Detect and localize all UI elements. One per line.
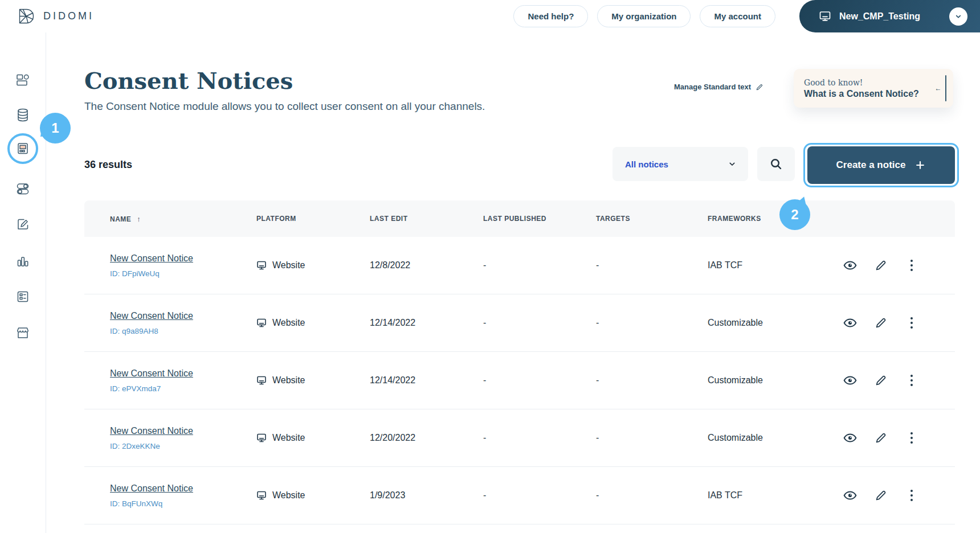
- eye-icon: [843, 374, 857, 387]
- search-icon: [769, 157, 783, 171]
- column-header-last-edit[interactable]: LAST EDIT: [370, 215, 483, 223]
- actions-cell: [819, 259, 955, 272]
- annotation-step-1-number: 1: [51, 120, 59, 136]
- manage-standard-text-link[interactable]: Manage Standard text: [674, 83, 763, 91]
- last-published-value: -: [483, 318, 596, 328]
- platform-cell: Website: [256, 318, 370, 328]
- sidebar-item-widgets[interactable]: [14, 216, 31, 233]
- org-chevron-button[interactable]: [949, 7, 967, 26]
- actions-cell: [819, 431, 955, 445]
- search-button[interactable]: [757, 147, 795, 181]
- notice-name-link[interactable]: New Consent Notice: [110, 311, 193, 321]
- platform-cell: Website: [256, 433, 370, 443]
- good-to-know-callout: Good to know! What is a Consent Notice? …: [794, 69, 953, 108]
- edit-pencil-button[interactable]: [874, 431, 888, 445]
- notices-filter-dropdown[interactable]: All notices: [612, 147, 748, 181]
- annotation-step-2-badge: 2: [779, 199, 810, 230]
- last-edit-value: 12/8/2022: [370, 260, 483, 270]
- preview-eye-button[interactable]: [843, 316, 857, 330]
- last-edit-value: 12/14/2022: [370, 318, 483, 328]
- notice-name-link[interactable]: New Consent Notice: [110, 483, 193, 494]
- sidebar-item-reports[interactable]: [14, 288, 31, 305]
- website-monitor-icon: [256, 490, 267, 501]
- preview-eye-button[interactable]: [843, 431, 857, 445]
- notice-name-link[interactable]: New Consent Notice: [110, 253, 193, 264]
- column-header-name[interactable]: NAME↑: [84, 215, 256, 223]
- preview-eye-button[interactable]: [843, 374, 857, 387]
- left-arrow-icon: ←: [935, 84, 942, 92]
- results-count: 36 results: [84, 159, 132, 171]
- frameworks-value: IAB TCF: [708, 490, 819, 501]
- column-header-platform[interactable]: PLATFORM: [256, 215, 370, 223]
- notice-name-link[interactable]: New Consent Notice: [110, 368, 193, 379]
- name-cell: New Consent Notice ID: 2DxeKKNe: [84, 426, 256, 450]
- table-body: New Consent Notice ID: DFpiWeUq Website …: [84, 237, 955, 524]
- preview-eye-button[interactable]: [843, 259, 857, 272]
- more-options-button[interactable]: [905, 316, 918, 330]
- database-icon: [15, 108, 30, 122]
- consent-notices-screen: DIDOMI Need help? My organization My acc…: [0, 0, 980, 533]
- pencil-icon: [875, 374, 887, 387]
- main-content: Consent Notices The Consent Notice modul…: [46, 32, 980, 533]
- notice-name-link[interactable]: New Consent Notice: [110, 426, 193, 436]
- name-cell: New Consent Notice ID: DFpiWeUq: [84, 253, 256, 278]
- website-monitor-icon: [256, 260, 267, 270]
- last-published-value: -: [483, 260, 596, 270]
- name-cell: New Consent Notice ID: q9a89AH8: [84, 311, 256, 335]
- monitor-icon: [819, 10, 831, 23]
- chevron-down-icon: [954, 13, 962, 20]
- notice-id: ID: q9a89AH8: [110, 327, 256, 335]
- edit-pencil-button[interactable]: [874, 316, 888, 330]
- name-cell: New Consent Notice ID: BqFUnXWq: [84, 483, 256, 508]
- platform-label: Website: [272, 433, 305, 443]
- last-edit-value: 12/14/2022: [370, 375, 483, 386]
- last-edit-value: 12/20/2022: [370, 433, 483, 443]
- didomi-brand[interactable]: DIDOMI: [0, 7, 94, 26]
- create-notice-label: Create a notice: [836, 159, 906, 171]
- eye-icon: [843, 489, 857, 502]
- create-notice-button[interactable]: Create a notice: [807, 146, 955, 184]
- need-help-button[interactable]: Need help?: [513, 5, 588, 27]
- website-monitor-icon: [256, 375, 267, 386]
- notice-id: ID: 2DxeKKNe: [110, 442, 256, 450]
- website-monitor-icon: [256, 433, 267, 443]
- edit-note-icon: [15, 217, 30, 232]
- more-options-button[interactable]: [905, 489, 918, 502]
- sidebar-item-overview[interactable]: [14, 71, 31, 88]
- actions-cell: [819, 489, 955, 502]
- column-header-targets[interactable]: TARGETS: [596, 215, 708, 223]
- platform-cell: Website: [256, 490, 370, 501]
- edit-pencil-button[interactable]: [874, 489, 888, 502]
- sidebar-item-data-manager[interactable]: [14, 106, 31, 124]
- edit-pencil-button[interactable]: [874, 259, 888, 272]
- more-options-button[interactable]: [905, 374, 918, 387]
- table-row: New Consent Notice ID: DFpiWeUq Website …: [84, 237, 955, 294]
- name-cell: New Consent Notice ID: ePVXmda7: [84, 368, 256, 393]
- notices-table: NAME↑ PLATFORM LAST EDIT LAST PUBLISHED …: [84, 200, 955, 533]
- sidebar-item-marketplace[interactable]: [14, 325, 31, 342]
- eye-icon: [843, 259, 857, 272]
- more-options-button[interactable]: [905, 259, 918, 272]
- overview-grid-icon: [15, 72, 30, 87]
- bar-chart-icon: [15, 254, 30, 269]
- sidebar-item-analytics[interactable]: [14, 253, 31, 270]
- report-list-icon: [15, 289, 30, 304]
- last-published-value: -: [483, 433, 596, 443]
- column-header-last-published[interactable]: LAST PUBLISHED: [483, 215, 596, 223]
- more-options-button[interactable]: [905, 431, 918, 445]
- frameworks-value: IAB TCF: [708, 260, 819, 270]
- manage-standard-text-label: Manage Standard text: [674, 83, 751, 91]
- callout-collapse-control[interactable]: ←: [935, 75, 947, 101]
- preview-eye-button[interactable]: [843, 489, 857, 502]
- website-monitor-icon: [256, 318, 267, 328]
- sidebar-item-preferences[interactable]: [14, 180, 31, 197]
- top-header: DIDOMI Need help? My organization My acc…: [0, 0, 980, 32]
- my-organization-button[interactable]: My organization: [597, 5, 691, 27]
- page-subtitle: The Consent Notice module allows you to …: [84, 100, 485, 113]
- table-row: New Consent Notice ID: ePVXmda7 Website …: [84, 352, 955, 409]
- my-account-button[interactable]: My account: [700, 5, 775, 27]
- callout-title-link[interactable]: What is a Consent Notice?: [804, 89, 919, 99]
- organization-switcher[interactable]: New_CMP_Testing: [799, 0, 980, 32]
- edit-pencil-button[interactable]: [874, 374, 888, 387]
- notice-id: ID: BqFUnXWq: [110, 499, 256, 508]
